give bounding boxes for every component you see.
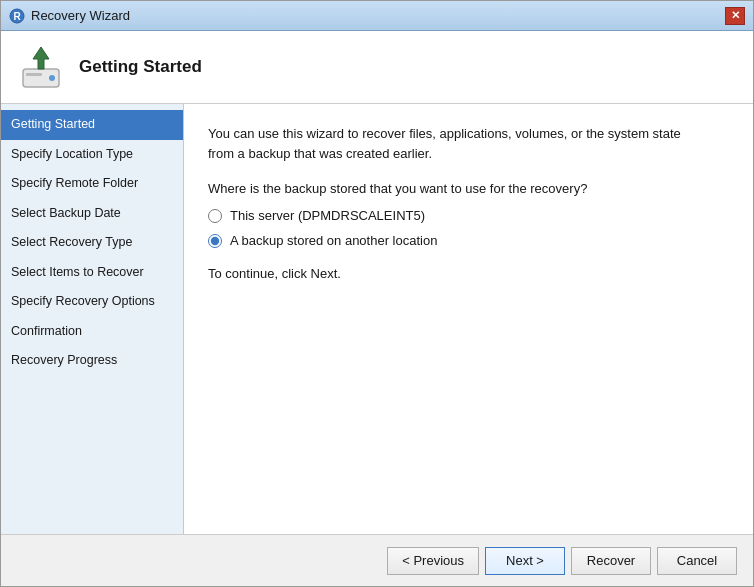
- previous-button[interactable]: < Previous: [387, 547, 479, 575]
- radio-another-location[interactable]: [208, 234, 222, 248]
- svg-rect-3: [26, 73, 42, 76]
- svg-text:R: R: [13, 11, 21, 22]
- sidebar-item-select-items-to-recover[interactable]: Select Items to Recover: [1, 258, 183, 288]
- radio-this-server[interactable]: [208, 209, 222, 223]
- content-description: You can use this wizard to recover files…: [208, 124, 729, 163]
- sidebar-item-select-recovery-type[interactable]: Select Recovery Type: [1, 228, 183, 258]
- svg-point-4: [49, 75, 55, 81]
- description-line1: You can use this wizard to recover files…: [208, 126, 681, 141]
- sidebar-item-specify-recovery-options[interactable]: Specify Recovery Options: [1, 287, 183, 317]
- sidebar-item-select-backup-date[interactable]: Select Backup Date: [1, 199, 183, 229]
- main-area: Getting Started Specify Location Type Sp…: [1, 104, 753, 534]
- sidebar: Getting Started Specify Location Type Sp…: [1, 104, 184, 534]
- sidebar-item-getting-started[interactable]: Getting Started: [1, 110, 183, 140]
- svg-marker-5: [33, 47, 49, 69]
- radio-another-location-label: A backup stored on another location: [230, 233, 437, 248]
- next-button[interactable]: Next >: [485, 547, 565, 575]
- sidebar-item-specify-location-type[interactable]: Specify Location Type: [1, 140, 183, 170]
- header-title: Getting Started: [79, 57, 202, 77]
- cancel-button[interactable]: Cancel: [657, 547, 737, 575]
- close-button[interactable]: ✕: [725, 7, 745, 25]
- radio-option-another-location[interactable]: A backup stored on another location: [208, 233, 729, 248]
- title-bar: R Recovery Wizard ✕: [1, 1, 753, 31]
- title-bar-left: R Recovery Wizard: [9, 8, 130, 24]
- radio-this-server-label: This server (DPMDRSCALEINT5): [230, 208, 425, 223]
- title-bar-text: Recovery Wizard: [31, 8, 130, 23]
- wizard-icon: [17, 43, 65, 91]
- content-area: You can use this wizard to recover files…: [184, 104, 753, 534]
- content-question: Where is the backup stored that you want…: [208, 181, 729, 196]
- sidebar-item-recovery-progress[interactable]: Recovery Progress: [1, 346, 183, 376]
- continue-text: To continue, click Next.: [208, 266, 729, 281]
- sidebar-item-confirmation[interactable]: Confirmation: [1, 317, 183, 347]
- header-area: Getting Started: [1, 31, 753, 104]
- radio-option-this-server[interactable]: This server (DPMDRSCALEINT5): [208, 208, 729, 223]
- title-bar-icon: R: [9, 8, 25, 24]
- footer-area: < Previous Next > Recover Cancel: [1, 534, 753, 586]
- sidebar-item-specify-remote-folder[interactable]: Specify Remote Folder: [1, 169, 183, 199]
- recover-button[interactable]: Recover: [571, 547, 651, 575]
- recovery-wizard-window: R Recovery Wizard ✕ Getting Started Gett…: [0, 0, 754, 587]
- description-line2: from a backup that was created earlier.: [208, 146, 432, 161]
